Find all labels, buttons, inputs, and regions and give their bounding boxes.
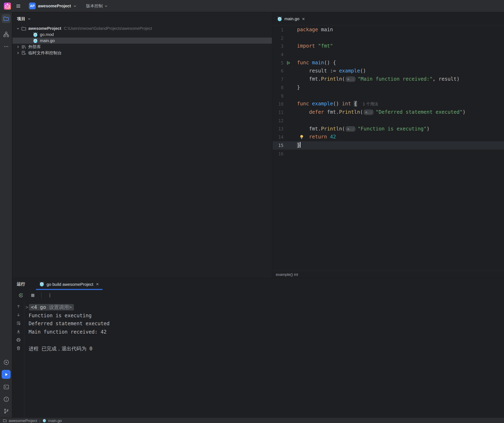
left-tool-stripe [0,12,12,417]
param-hint[interactable]: a…: [364,110,373,115]
code-line-6[interactable]: 6 result := example() [273,67,504,75]
code-line-5[interactable]: 5func main() { [273,59,504,67]
close-icon[interactable] [302,17,306,21]
breadcrumb-project[interactable]: awesomeProject [9,418,37,423]
run-tool-button[interactable] [2,370,11,379]
code-line-11[interactable]: 11 defer fmt.Println(a…:"Deferred statem… [273,108,504,116]
clear-button[interactable] [15,345,21,351]
line-number: 7 [273,77,283,82]
console-body[interactable]: ><4 go 设置调用>Function is executingDeferre… [25,303,504,353]
close-icon[interactable] [96,282,99,286]
tree-item-main-go[interactable]: main.go [12,38,272,44]
run-line-icon[interactable] [286,61,290,65]
code-line-1[interactable]: 1package main [273,26,504,34]
code-line-15[interactable]: 15} [273,141,504,149]
code-line-3[interactable]: 3import "fmt" [273,42,504,50]
problems-tool-button[interactable] [2,395,11,404]
tree-item-label: 外部库 [28,44,41,50]
project-tool-button[interactable] [2,14,11,23]
more-icon [3,44,9,49]
chevron-down-icon [104,4,108,8]
code-line-12[interactable]: 12 [273,117,504,125]
vcs-label: 版本控制 [86,3,103,9]
tree-item-go-mod[interactable]: go.mod [12,31,272,38]
line-number: 16 [273,151,283,156]
clear-icon [16,346,21,351]
editor-tab-label: main.go [284,16,300,21]
tree-item-path: C:\Users\meowr\GolandProjects\awesomePro… [64,26,152,31]
line-number: 11 [273,110,283,115]
project-panel-header[interactable]: 项目 [12,12,272,25]
structure-tool-button[interactable] [2,30,11,39]
run-tool-window: 运行 go build awesomeProject ><4 go 设置调用 [12,278,504,417]
version-control-tool-button[interactable] [2,406,11,415]
print-icon [16,337,21,342]
project-selector[interactable]: AP awesomeProject [26,2,79,10]
terminal-icon [3,384,9,390]
print-button[interactable] [15,337,21,343]
chevron-right-icon[interactable] [15,44,21,49]
run-anything-button[interactable] [2,358,11,367]
code-line-10[interactable]: 10func example() int {1 个用法 [273,100,504,108]
run-tab-go-build[interactable]: go build awesomeProject [36,278,102,290]
param-hint[interactable]: a…: [346,76,355,82]
fold-expand-icon[interactable]: > [25,304,28,310]
code-line-13[interactable]: 13 fmt.Println(a…:"Function is executing… [273,125,504,133]
console-gutter [12,301,24,417]
chevron-down-icon[interactable] [15,26,21,31]
down-arrow-button[interactable] [15,312,21,318]
intention-bulb-icon[interactable] [300,135,304,140]
line-number: 9 [273,93,283,98]
run-tab-label: go build awesomeProject [47,282,93,287]
tree-item-awesomeProject-root[interactable]: awesomeProjectC:\Users\meowr\GolandProje… [12,25,272,31]
code-line-2[interactable]: 2 [273,34,504,42]
code-line-9[interactable]: 9 [273,92,504,100]
goland-logo-icon[interactable] [3,1,12,11]
up-arrow-icon [16,304,21,309]
editor-tab-bar: main.go [273,12,504,25]
tree-item-label: 临时文件和控制台 [28,50,62,56]
code-line-8[interactable]: 8} [273,83,504,92]
chevron-right-icon[interactable] [15,50,21,55]
run-anything-icon [3,359,9,365]
go-file-icon [277,16,282,21]
console-folded-command[interactable]: ><4 go 设置调用> [25,303,504,311]
rerun-button[interactable] [17,292,24,299]
more-actions-button[interactable] [46,292,53,299]
hamburger-menu-icon[interactable] [13,1,23,11]
usage-count-hint[interactable]: 1 个用法 [363,102,378,106]
param-hint[interactable]: a…: [346,126,355,131]
terminal-tool-button[interactable] [2,382,11,391]
breadcrumb-file[interactable]: main.go [48,418,62,423]
tree-item-external-libraries[interactable]: 外部库 [12,44,272,50]
editor-tab-main-go[interactable]: main.go [273,12,309,25]
stop-button[interactable] [29,292,36,299]
run-console: ><4 go 设置调用>Function is executingDeferre… [12,301,504,417]
line-number: 5 [273,60,283,65]
folder-icon [21,26,26,31]
console-line: Main function received: 42 [25,328,504,336]
code-line-16[interactable]: 16 [273,150,504,158]
up-arrow-button[interactable] [15,304,21,309]
console-line: Deferred statement executed [25,320,504,328]
stop-icon [30,293,35,298]
code-line-4[interactable]: 4 [273,50,504,59]
line-number: 3 [273,44,283,49]
vcs-widget[interactable]: 版本控制 [86,3,108,9]
soft-wrap-button[interactable] [15,321,21,326]
code-line-14[interactable]: 14 return 42 [273,133,504,141]
project-avatar-badge: AP [29,3,36,9]
line-number: 8 [273,85,283,90]
tree-item-scratches-consoles[interactable]: 临时文件和控制台 [12,50,272,56]
goland-window: AP awesomeProject 版本控制 项目 awesomeProject… [0,0,504,423]
line-number: 4 [273,52,283,57]
gopher-icon [32,32,38,37]
gopher-icon [32,38,38,43]
scroll-to-end-button[interactable] [15,329,21,334]
project-name: awesomeProject [38,3,71,8]
line-number: 10 [273,101,283,106]
rerun-icon [18,293,24,298]
more-tool-windows-button[interactable] [2,42,11,51]
console-line: 进程 已完成，退出代码为 0 [25,345,504,353]
code-line-7[interactable]: 7 fmt.Println(a…:"Main function received… [273,75,504,83]
